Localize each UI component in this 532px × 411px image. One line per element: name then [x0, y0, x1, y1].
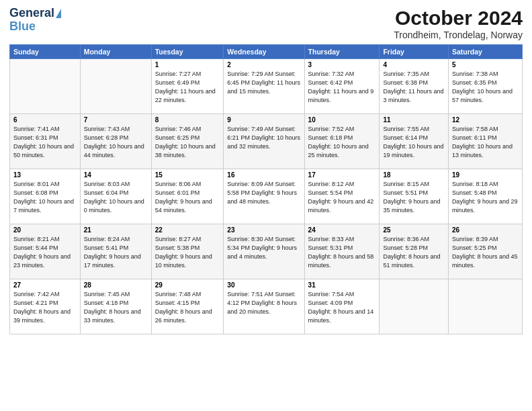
day-info: Sunrise: 7:35 AM Sunset: 6:38 PM Dayligh…	[383, 70, 444, 105]
day-number: 26	[452, 226, 519, 234]
day-info: Sunrise: 7:54 AM Sunset: 4:09 PM Dayligh…	[308, 290, 376, 325]
day-cell	[80, 59, 151, 114]
day-info: Sunrise: 7:52 AM Sunset: 6:18 PM Dayligh…	[308, 125, 376, 160]
day-number: 16	[227, 171, 300, 179]
day-number: 27	[13, 281, 77, 289]
day-cell: 26Sunrise: 8:39 AM Sunset: 5:25 PM Dayli…	[448, 224, 522, 279]
day-cell: 29Sunrise: 7:48 AM Sunset: 4:15 PM Dayli…	[151, 279, 224, 334]
day-number: 3	[308, 61, 376, 68]
logo-text-blue: Blue	[9, 20, 36, 34]
day-info: Sunrise: 7:55 AM Sunset: 6:14 PM Dayligh…	[383, 125, 444, 160]
day-cell: 30Sunrise: 7:51 AM Sunset: 4:12 PM Dayli…	[224, 279, 304, 334]
day-cell: 18Sunrise: 8:15 AM Sunset: 5:51 PM Dayli…	[380, 169, 448, 224]
header-cell-saturday: Saturday	[448, 45, 522, 59]
day-number: 11	[383, 116, 444, 124]
day-number: 24	[308, 226, 376, 234]
day-cell: 13Sunrise: 8:01 AM Sunset: 6:08 PM Dayli…	[10, 169, 81, 224]
day-number: 13	[13, 171, 77, 179]
page: General Blue October 2024 Trondheim, Tro…	[0, 0, 532, 411]
week-row-5: 27Sunrise: 7:42 AM Sunset: 4:21 PM Dayli…	[10, 279, 523, 334]
day-cell: 20Sunrise: 8:21 AM Sunset: 5:44 PM Dayli…	[10, 224, 81, 279]
day-cell: 14Sunrise: 8:03 AM Sunset: 6:04 PM Dayli…	[80, 169, 151, 224]
day-cell: 5Sunrise: 7:38 AM Sunset: 6:35 PM Daylig…	[448, 59, 522, 114]
day-info: Sunrise: 8:39 AM Sunset: 5:25 PM Dayligh…	[452, 235, 519, 270]
day-info: Sunrise: 7:43 AM Sunset: 6:28 PM Dayligh…	[84, 125, 148, 160]
day-number: 20	[13, 226, 77, 234]
day-number: 30	[227, 281, 300, 289]
logo: General Blue	[9, 7, 61, 34]
day-number: 19	[452, 171, 519, 179]
day-info: Sunrise: 8:33 AM Sunset: 5:31 PM Dayligh…	[308, 235, 376, 270]
day-info: Sunrise: 7:48 AM Sunset: 4:15 PM Dayligh…	[155, 290, 220, 325]
day-cell: 23Sunrise: 8:30 AM Sunset: 5:34 PM Dayli…	[224, 224, 304, 279]
day-cell: 11Sunrise: 7:55 AM Sunset: 6:14 PM Dayli…	[380, 114, 448, 169]
header-cell-thursday: Thursday	[304, 45, 380, 59]
day-number: 12	[452, 116, 519, 124]
day-number: 10	[308, 116, 376, 124]
week-row-1: 1Sunrise: 7:27 AM Sunset: 6:49 PM Daylig…	[10, 59, 523, 114]
week-row-3: 13Sunrise: 8:01 AM Sunset: 6:08 PM Dayli…	[10, 169, 523, 224]
calendar-table: SundayMondayTuesdayWednesdayThursdayFrid…	[9, 44, 523, 334]
day-number: 6	[13, 116, 77, 124]
day-number: 28	[84, 281, 148, 289]
day-info: Sunrise: 7:51 AM Sunset: 4:12 PM Dayligh…	[227, 290, 300, 316]
day-cell	[10, 59, 81, 114]
day-cell: 16Sunrise: 8:09 AM Sunset: 5:58 PM Dayli…	[224, 169, 304, 224]
day-number: 15	[155, 171, 220, 179]
day-info: Sunrise: 8:06 AM Sunset: 6:01 PM Dayligh…	[155, 180, 220, 215]
header-cell-wednesday: Wednesday	[224, 45, 304, 59]
day-number: 14	[84, 171, 148, 179]
day-cell: 15Sunrise: 8:06 AM Sunset: 6:01 PM Dayli…	[151, 169, 224, 224]
day-cell	[448, 279, 522, 334]
day-number: 17	[308, 171, 376, 179]
day-info: Sunrise: 8:21 AM Sunset: 5:44 PM Dayligh…	[13, 235, 77, 270]
day-info: Sunrise: 8:12 AM Sunset: 5:54 PM Dayligh…	[308, 180, 376, 215]
day-info: Sunrise: 7:41 AM Sunset: 6:31 PM Dayligh…	[13, 125, 77, 160]
day-cell: 3Sunrise: 7:32 AM Sunset: 6:42 PM Daylig…	[304, 59, 380, 114]
day-number: 31	[308, 281, 376, 289]
day-info: Sunrise: 8:27 AM Sunset: 5:38 PM Dayligh…	[155, 235, 220, 270]
header: General Blue October 2024 Trondheim, Tro…	[9, 7, 523, 40]
header-cell-friday: Friday	[380, 45, 448, 59]
header-cell-monday: Monday	[80, 45, 151, 59]
day-cell: 2Sunrise: 7:29 AM Sunset: 6:45 PM Daylig…	[224, 59, 304, 114]
day-number: 25	[383, 226, 444, 234]
header-row: SundayMondayTuesdayWednesdayThursdayFrid…	[10, 45, 523, 59]
day-number: 2	[227, 61, 300, 68]
day-number: 29	[155, 281, 220, 289]
day-info: Sunrise: 7:42 AM Sunset: 4:21 PM Dayligh…	[13, 290, 77, 325]
day-number: 9	[227, 116, 300, 124]
day-info: Sunrise: 7:49 AM Sunset: 6:21 PM Dayligh…	[227, 125, 300, 151]
day-cell: 4Sunrise: 7:35 AM Sunset: 6:38 PM Daylig…	[380, 59, 448, 114]
day-cell: 1Sunrise: 7:27 AM Sunset: 6:49 PM Daylig…	[151, 59, 224, 114]
day-cell: 24Sunrise: 8:33 AM Sunset: 5:31 PM Dayli…	[304, 224, 380, 279]
day-info: Sunrise: 8:30 AM Sunset: 5:34 PM Dayligh…	[227, 235, 300, 261]
day-cell	[380, 279, 448, 334]
day-info: Sunrise: 7:32 AM Sunset: 6:42 PM Dayligh…	[308, 70, 376, 105]
day-number: 8	[155, 116, 220, 124]
day-cell: 22Sunrise: 8:27 AM Sunset: 5:38 PM Dayli…	[151, 224, 224, 279]
day-number: 4	[383, 61, 444, 68]
day-number: 22	[155, 226, 220, 234]
day-info: Sunrise: 8:24 AM Sunset: 5:41 PM Dayligh…	[84, 235, 148, 270]
day-cell: 28Sunrise: 7:45 AM Sunset: 4:18 PM Dayli…	[80, 279, 151, 334]
header-cell-tuesday: Tuesday	[151, 45, 224, 59]
header-cell-sunday: Sunday	[10, 45, 81, 59]
day-cell: 9Sunrise: 7:49 AM Sunset: 6:21 PM Daylig…	[224, 114, 304, 169]
day-cell: 6Sunrise: 7:41 AM Sunset: 6:31 PM Daylig…	[10, 114, 81, 169]
day-info: Sunrise: 8:18 AM Sunset: 5:48 PM Dayligh…	[452, 180, 519, 215]
day-info: Sunrise: 8:03 AM Sunset: 6:04 PM Dayligh…	[84, 180, 148, 215]
logo-icon	[56, 9, 61, 18]
day-cell: 31Sunrise: 7:54 AM Sunset: 4:09 PM Dayli…	[304, 279, 380, 334]
day-cell: 25Sunrise: 8:36 AM Sunset: 5:28 PM Dayli…	[380, 224, 448, 279]
logo-text-general: General	[9, 7, 54, 20]
day-cell: 12Sunrise: 7:58 AM Sunset: 6:11 PM Dayli…	[448, 114, 522, 169]
day-info: Sunrise: 7:58 AM Sunset: 6:11 PM Dayligh…	[452, 125, 519, 160]
day-number: 23	[227, 226, 300, 234]
week-row-2: 6Sunrise: 7:41 AM Sunset: 6:31 PM Daylig…	[10, 114, 523, 169]
day-cell: 17Sunrise: 8:12 AM Sunset: 5:54 PM Dayli…	[304, 169, 380, 224]
day-number: 1	[155, 61, 220, 68]
day-cell: 27Sunrise: 7:42 AM Sunset: 4:21 PM Dayli…	[10, 279, 81, 334]
day-info: Sunrise: 8:36 AM Sunset: 5:28 PM Dayligh…	[383, 235, 444, 270]
week-row-4: 20Sunrise: 8:21 AM Sunset: 5:44 PM Dayli…	[10, 224, 523, 279]
